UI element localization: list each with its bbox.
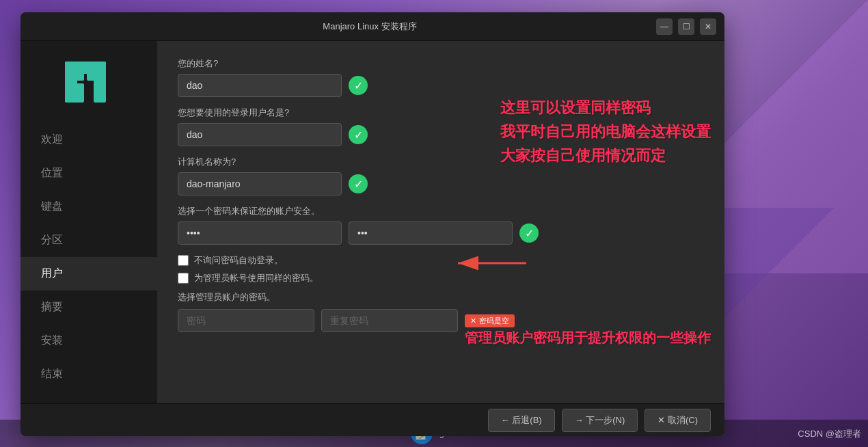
password-input[interactable] [178, 221, 342, 245]
sidebar-item-finish[interactable]: 结束 [21, 357, 157, 391]
name-label: 您的姓名? [178, 57, 704, 70]
name-input[interactable] [178, 74, 342, 97]
same-password-row: 为管理员帐号使用同样的密码。 [178, 272, 704, 284]
about-link[interactable]: About [21, 391, 157, 403]
annotation-line3: 大家按自己使用情况而定 [500, 144, 711, 167]
csdn-watermark: CSDN @盗理者 [798, 428, 861, 440]
bottom-bar: ← 后退(B) → 下一步(N) ✕ 取消(C) [21, 403, 724, 436]
admin-section-label: 选择管理员账户的密码。 [178, 291, 704, 303]
close-button[interactable]: ✕ [700, 18, 716, 35]
arrow-annotation [451, 253, 533, 276]
annotation-line4: 管理员账户密码用于提升权限的一些操作 [465, 327, 711, 349]
hostname-input-row: ✓ [178, 172, 704, 195]
sidebar-item-user[interactable]: 用户 [21, 257, 157, 290]
autologin-label: 不询问密码自动登录。 [194, 254, 283, 267]
sidebar-item-partition[interactable]: 分区 [21, 224, 157, 257]
content-area: 欢迎 位置 键盘 分区 用户 摘要 安装 结束 About 您的姓名? ✓ [21, 41, 724, 403]
manjaro-logo-icon [65, 62, 113, 103]
sidebar-item-install[interactable]: 安装 [21, 324, 157, 357]
password-valid-icon: ✓ [519, 224, 539, 243]
minimize-button[interactable]: — [656, 18, 673, 35]
annotation-line2: 我平时自己用的电脑会这样设置 [500, 120, 711, 144]
password-input-row: ✓ [178, 221, 704, 245]
sidebar-logo [21, 55, 157, 123]
password-section: 选择一个密码来保证您的账户安全。 ✓ [178, 205, 704, 245]
maximize-button[interactable]: ☐ [678, 18, 694, 35]
window-controls: — ☐ ✕ [656, 18, 716, 35]
svg-rect-6 [80, 62, 92, 74]
password-confirm-input[interactable] [349, 221, 513, 245]
sidebar-item-keyboard[interactable]: 键盘 [21, 190, 157, 224]
username-valid-icon: ✓ [349, 125, 368, 144]
installer-window: Manjaro Linux 安装程序 — ☐ ✕ [21, 12, 724, 436]
name-input-row: ✓ [178, 74, 704, 97]
sidebar-item-welcome[interactable]: 欢迎 [21, 123, 157, 157]
window-title: Manjaro Linux 安装程序 [83, 21, 656, 33]
main-content: 您的姓名? ✓ 您想要使用的登录用户名是? ✓ 计算机名称为? [157, 41, 724, 403]
admin-error-badge: ✕ 密码是空 [465, 314, 515, 327]
admin-section: 选择管理员账户的密码。 ✕ 密码是空 [178, 291, 704, 332]
next-button[interactable]: → 下一步(N) [562, 409, 638, 432]
username-input[interactable] [178, 123, 342, 146]
hostname-input[interactable] [178, 172, 342, 195]
arrow-icon [451, 253, 533, 273]
sidebar: 欢迎 位置 键盘 分区 用户 摘要 安装 结束 About [21, 41, 157, 403]
svg-rect-5 [65, 62, 77, 103]
annotation-line1: 这里可以设置同样密码 [500, 96, 711, 120]
admin-error-text: 密码是空 [479, 316, 509, 326]
name-valid-icon: ✓ [349, 76, 368, 95]
same-password-label: 为管理员帐号使用同样的密码。 [194, 272, 318, 284]
sidebar-item-summary[interactable]: 摘要 [21, 290, 157, 324]
name-section: 您的姓名? ✓ [178, 57, 704, 97]
autologin-row: 不询问密码自动登录。 [178, 254, 704, 267]
hostname-valid-icon: ✓ [349, 174, 368, 193]
annotation-bottom: 管理员账户密码用于提升权限的一些操作 [465, 327, 711, 349]
back-button[interactable]: ← 后退(B) [488, 409, 555, 432]
sidebar-nav: 欢迎 位置 键盘 分区 用户 摘要 安装 结束 [21, 123, 157, 391]
sidebar-item-location[interactable]: 位置 [21, 157, 157, 190]
error-x-icon: ✕ [470, 316, 476, 325]
admin-confirm-input[interactable] [321, 309, 458, 332]
svg-rect-4 [94, 62, 106, 103]
autologin-checkbox[interactable] [178, 255, 189, 266]
same-password-checkbox[interactable] [178, 273, 189, 284]
password-label: 选择一个密码来保证您的账户安全。 [178, 205, 704, 217]
annotation-top: 这里可以设置同样密码 我平时自己用的电脑会这样设置 大家按自己使用情况而定 [500, 96, 711, 168]
cancel-button[interactable]: ✕ 取消(C) [645, 409, 711, 432]
admin-password-input[interactable] [178, 309, 314, 332]
title-bar: Manjaro Linux 安装程序 — ☐ ✕ [21, 12, 724, 41]
